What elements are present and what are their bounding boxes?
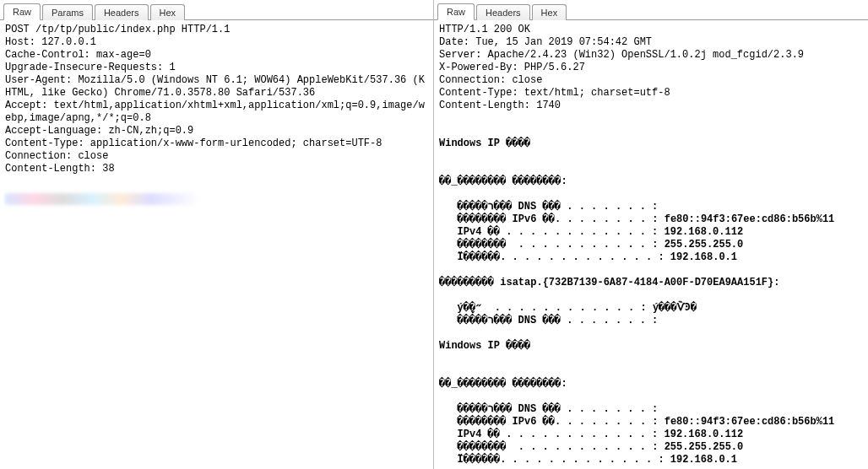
tab-hex[interactable]: Hex <box>150 4 186 20</box>
tab-params[interactable]: Params <box>42 4 93 20</box>
tab-hex[interactable]: Hex <box>532 4 567 20</box>
tab-headers[interactable]: Headers <box>95 4 149 20</box>
res-date: Date: Tue, 15 Jan 2019 07:54:42 GMT <box>439 36 652 48</box>
res-adapter2: ��_�������� ��������: <box>439 378 567 390</box>
req-cache: Cache-Control: max-age=0 <box>5 49 151 61</box>
res-ipv4-2: IPv4 �� . . . . . . . . . . . . : 192.16… <box>439 429 743 440</box>
res-ipv6-1: �������� IPv6 ��. . . . . . . . : fe80::… <box>439 213 834 225</box>
req-host: Host: 127.0.0.1 <box>5 36 96 48</box>
request-tabbar: Raw Params Headers Hex <box>0 0 433 20</box>
request-pane: Raw Params Headers Hex POST /tp/tp/publi… <box>0 0 434 469</box>
split-container: Raw Params Headers Hex POST /tp/tp/publi… <box>0 0 868 469</box>
res-ipv4-1: IPv4 �� . . . . . . . . . . . . : 192.16… <box>439 226 743 238</box>
res-isatap1: ��������� isatap.{732B7139-6A87-4184-A00… <box>439 277 779 288</box>
req-ctype: Content-Type: application/x-www-form-url… <box>5 137 382 149</box>
response-content-wrap: HTTP/1.1 200 OK Date: Tue, 15 Jan 2019 0… <box>434 20 868 469</box>
req-accept: Accept: text/html,application/xhtml+xml,… <box>5 100 425 124</box>
res-mask-2: �������� . . . . . . . . . . . : 255.255… <box>439 441 743 453</box>
res-gw-1: Ï������. . . . . . . . . . . . . : 192.1… <box>439 251 737 263</box>
req-upgrade: Upgrade-Insecure-Requests: 1 <box>5 62 176 73</box>
request-body-redacted <box>5 193 199 205</box>
req-conn: Connection: close <box>5 150 108 162</box>
request-content-wrap: POST /tp/tp/public/index.php HTTP/1.1 Ho… <box>0 20 433 469</box>
res-gw-2: Ï������. . . . . . . . . . . . . : 192.1… <box>439 454 737 466</box>
req-acclang: Accept-Language: zh-CN,zh;q=0.9 <box>5 125 193 137</box>
res-adapter1: ��_�������� ��������: <box>439 175 567 187</box>
res-ipv6-2: �������� IPv6 ��. . . . . . . . : fe80::… <box>439 416 834 428</box>
res-ctype: Content-Type: text/html; charset=utf-8 <box>439 87 670 99</box>
req-ua: User-Agent: Mozilla/5.0 (Windows NT 6.1;… <box>5 74 425 99</box>
req-line: POST /tp/tp/public/index.php HTTP/1.1 <box>5 24 230 35</box>
res-media1: ý��״̬ . . . . . . . . . . . . : ý���ѶϿ� <box>439 302 697 314</box>
res-dns1b: �����ר��� DNS ��� . . . . . . . : <box>439 315 658 326</box>
res-clen: Content-Length: 1740 <box>439 100 561 111</box>
res-winip2: Windows IP ���� <box>439 340 530 352</box>
res-dns2: �����ר��� DNS ��� . . . . . . . : <box>439 403 658 415</box>
response-tabbar: Raw Headers Hex <box>434 0 868 20</box>
res-server: Server: Apache/2.4.23 (Win32) OpenSSL/1.… <box>439 49 804 61</box>
response-content[interactable]: HTTP/1.1 200 OK Date: Tue, 15 Jan 2019 0… <box>434 20 868 469</box>
res-xpow: X-Powered-By: PHP/5.6.27 <box>439 62 585 73</box>
res-status: HTTP/1.1 200 OK <box>439 24 530 35</box>
tab-headers[interactable]: Headers <box>476 4 530 20</box>
res-mask-1: �������� . . . . . . . . . . . : 255.255… <box>439 239 743 251</box>
response-pane: Raw Headers Hex HTTP/1.1 200 OK Date: Tu… <box>434 0 868 469</box>
res-conn: Connection: close <box>439 74 542 86</box>
request-content[interactable]: POST /tp/tp/public/index.php HTTP/1.1 Ho… <box>0 20 433 469</box>
tab-raw[interactable]: Raw <box>3 3 41 20</box>
req-clen: Content-Length: 38 <box>5 163 115 175</box>
res-winip1: Windows IP ���� <box>439 137 530 149</box>
res-dns1: �����ר��� DNS ��� . . . . . . . : <box>439 201 658 213</box>
tab-raw[interactable]: Raw <box>437 3 475 20</box>
